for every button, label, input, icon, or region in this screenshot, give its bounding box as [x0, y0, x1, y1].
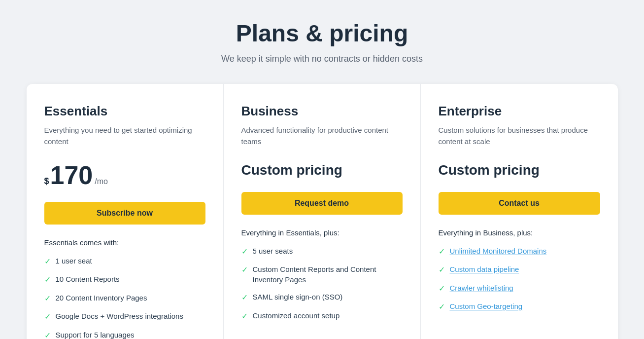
plans-container: EssentialsEverything you need to get sta…	[27, 84, 618, 339]
feature-text: Support for 5 languages	[56, 330, 135, 339]
check-icon: ✓	[439, 264, 445, 275]
features-list-essentials: ✓1 user seat✓10 Content Reports✓20 Conte…	[44, 256, 205, 339]
features-heading-enterprise: Everything in Business, plus:	[439, 228, 600, 237]
feature-text: Google Docs + WordPress integrations	[56, 311, 183, 321]
price-amount: 170	[50, 162, 93, 188]
plan-price-essentials: $170/mo	[44, 162, 205, 188]
page-wrapper: Plans & pricing We keep it simple with n…	[27, 20, 618, 339]
feature-text: Custom Geo-targeting	[450, 301, 523, 311]
price-period: /mo	[95, 177, 108, 186]
list-item: ✓Support for 5 languages	[44, 330, 205, 339]
price-dollar-sign: $	[44, 177, 49, 186]
feature-text: Crawler whitelisting	[450, 283, 513, 293]
plan-card-business: BusinessAdvanced functionality for produ…	[224, 84, 421, 339]
feature-text: Custom data pipeline	[450, 264, 519, 274]
check-icon: ✓	[44, 330, 51, 339]
page-header: Plans & pricing We keep it simple with n…	[27, 20, 618, 64]
features-list-enterprise: ✓Unlimited Monitored Domains✓Custom data…	[439, 246, 600, 313]
check-icon: ✓	[241, 246, 248, 257]
list-item: ✓1 user seat	[44, 256, 205, 267]
plan-custom-price-business: Custom pricing	[241, 162, 403, 178]
feature-text: 10 Content Reports	[56, 274, 120, 284]
check-icon: ✓	[439, 301, 445, 312]
plan-button-business[interactable]: Request demo	[241, 192, 403, 215]
list-item: ✓Custom Geo-targeting	[439, 301, 600, 312]
plan-name-essentials: Essentials	[44, 104, 205, 119]
features-heading-business: Everything in Essentials, plus:	[241, 228, 403, 237]
list-item: ✓SAML single sign-on (SSO)	[241, 292, 403, 303]
features-list-business: ✓5 user seats✓Custom Content Reports and…	[241, 246, 403, 322]
check-icon: ✓	[44, 311, 51, 322]
page-title: Plans & pricing	[27, 20, 618, 47]
feature-text: Customized account setup	[253, 310, 340, 321]
list-item: ✓20 Content Inventory Pages	[44, 293, 205, 304]
plan-custom-price-enterprise: Custom pricing	[439, 162, 600, 178]
check-icon: ✓	[44, 256, 51, 267]
list-item: ✓Google Docs + WordPress integrations	[44, 311, 205, 322]
plan-button-essentials[interactable]: Subscribe now	[44, 202, 205, 225]
feature-text: SAML single sign-on (SSO)	[253, 292, 343, 302]
feature-text: Unlimited Monitored Domains	[450, 246, 547, 256]
features-heading-essentials: Essentials comes with:	[44, 238, 205, 247]
check-icon: ✓	[439, 246, 445, 257]
check-icon: ✓	[439, 283, 445, 294]
list-item: ✓Custom Content Reports and Content Inve…	[241, 264, 403, 285]
list-item: ✓Unlimited Monitored Domains	[439, 246, 600, 257]
check-icon: ✓	[44, 293, 51, 304]
plan-description-essentials: Everything you need to get started optim…	[44, 125, 205, 149]
plan-name-enterprise: Enterprise	[439, 104, 600, 119]
check-icon: ✓	[241, 311, 248, 322]
check-icon: ✓	[44, 274, 51, 285]
list-item: ✓Crawler whitelisting	[439, 283, 600, 294]
feature-text: 20 Content Inventory Pages	[56, 293, 147, 303]
list-item: ✓10 Content Reports	[44, 274, 205, 285]
check-icon: ✓	[241, 264, 248, 275]
list-item: ✓Custom data pipeline	[439, 264, 600, 275]
check-icon: ✓	[241, 292, 248, 303]
plan-description-enterprise: Custom solutions for businesses that pro…	[439, 125, 600, 149]
plan-card-enterprise: EnterpriseCustom solutions for businesse…	[421, 84, 618, 339]
feature-text: 1 user seat	[56, 256, 92, 266]
feature-text: 5 user seats	[253, 246, 293, 256]
list-item: ✓Customized account setup	[241, 310, 403, 322]
plan-description-business: Advanced functionality for productive co…	[241, 125, 403, 149]
feature-text: Custom Content Reports and Content Inven…	[253, 264, 403, 285]
plan-name-business: Business	[241, 104, 403, 119]
list-item: ✓5 user seats	[241, 246, 403, 257]
page-subtitle: We keep it simple with no contracts or h…	[27, 54, 618, 64]
plan-card-essentials: EssentialsEverything you need to get sta…	[27, 84, 224, 339]
plan-button-enterprise[interactable]: Contact us	[439, 192, 600, 215]
